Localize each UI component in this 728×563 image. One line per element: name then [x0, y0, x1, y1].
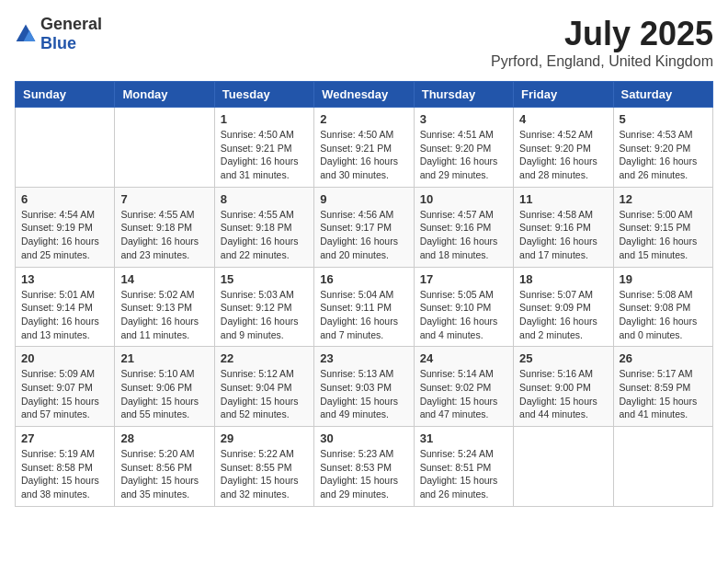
- calendar: SundayMondayTuesdayWednesdayThursdayFrid…: [15, 81, 713, 507]
- day-number: 13: [21, 272, 108, 286]
- day-detail: Sunrise: 4:50 AMSunset: 9:21 PMDaylight:…: [221, 128, 308, 182]
- calendar-cell: 18Sunrise: 5:07 AMSunset: 9:09 PMDayligh…: [514, 267, 613, 347]
- calendar-cell: 17Sunrise: 5:05 AMSunset: 9:10 PMDayligh…: [414, 267, 513, 347]
- day-number: 31: [420, 431, 507, 445]
- weekday-header: Wednesday: [314, 82, 414, 108]
- calendar-cell: 23Sunrise: 5:13 AMSunset: 9:03 PMDayligh…: [314, 347, 414, 427]
- day-number: 8: [221, 192, 308, 206]
- logo-text: General Blue: [40, 15, 102, 53]
- calendar-cell: 5Sunrise: 4:53 AMSunset: 9:20 PMDaylight…: [613, 108, 712, 188]
- calendar-cell: 7Sunrise: 4:55 AMSunset: 9:18 PMDaylight…: [115, 187, 214, 267]
- day-detail: Sunrise: 5:22 AMSunset: 8:55 PMDaylight:…: [221, 447, 308, 501]
- calendar-cell: 6Sunrise: 4:54 AMSunset: 9:19 PMDaylight…: [16, 187, 115, 267]
- calendar-cell: 2Sunrise: 4:50 AMSunset: 9:21 PMDaylight…: [314, 108, 414, 188]
- calendar-week-row: 13Sunrise: 5:01 AMSunset: 9:14 PMDayligh…: [16, 267, 713, 347]
- logo-blue: Blue: [40, 34, 76, 52]
- day-number: 20: [21, 351, 108, 365]
- calendar-cell: 21Sunrise: 5:10 AMSunset: 9:06 PMDayligh…: [115, 347, 214, 427]
- day-number: 24: [420, 351, 507, 365]
- calendar-header-row: SundayMondayTuesdayWednesdayThursdayFrid…: [16, 82, 713, 108]
- day-detail: Sunrise: 4:55 AMSunset: 9:18 PMDaylight:…: [120, 208, 208, 262]
- day-detail: Sunrise: 5:09 AMSunset: 9:07 PMDaylight:…: [21, 367, 108, 421]
- calendar-cell: [613, 427, 712, 507]
- day-detail: Sunrise: 4:54 AMSunset: 9:19 PMDaylight:…: [21, 208, 108, 262]
- calendar-week-row: 20Sunrise: 5:09 AMSunset: 9:07 PMDayligh…: [16, 347, 713, 427]
- day-number: 12: [620, 192, 707, 206]
- day-detail: Sunrise: 4:52 AMSunset: 9:20 PMDaylight:…: [519, 128, 607, 182]
- calendar-cell: 19Sunrise: 5:08 AMSunset: 9:08 PMDayligh…: [613, 267, 712, 347]
- day-number: 7: [120, 192, 208, 206]
- day-detail: Sunrise: 5:20 AMSunset: 8:56 PMDaylight:…: [120, 447, 208, 501]
- day-number: 25: [519, 351, 607, 365]
- day-number: 15: [221, 272, 308, 286]
- calendar-week-row: 6Sunrise: 4:54 AMSunset: 9:19 PMDaylight…: [16, 187, 713, 267]
- calendar-cell: [514, 427, 613, 507]
- day-detail: Sunrise: 5:17 AMSunset: 8:59 PMDaylight:…: [620, 367, 707, 421]
- day-number: 23: [320, 351, 407, 365]
- logo-general: General: [40, 15, 102, 33]
- day-number: 9: [320, 192, 407, 206]
- month-title: July 2025: [491, 15, 713, 53]
- calendar-cell: 9Sunrise: 4:56 AMSunset: 9:17 PMDaylight…: [314, 187, 414, 267]
- calendar-cell: 15Sunrise: 5:03 AMSunset: 9:12 PMDayligh…: [214, 267, 313, 347]
- calendar-cell: 29Sunrise: 5:22 AMSunset: 8:55 PMDayligh…: [214, 427, 313, 507]
- weekday-header: Saturday: [613, 82, 712, 108]
- day-number: 18: [519, 272, 607, 286]
- day-number: 6: [21, 192, 108, 206]
- weekday-header: Friday: [514, 82, 613, 108]
- day-detail: Sunrise: 5:07 AMSunset: 9:09 PMDaylight:…: [519, 288, 607, 342]
- day-detail: Sunrise: 4:55 AMSunset: 9:18 PMDaylight:…: [221, 208, 308, 262]
- header: General Blue July 2025 Pyrford, England,…: [15, 15, 713, 70]
- day-number: 27: [21, 431, 108, 445]
- calendar-cell: 26Sunrise: 5:17 AMSunset: 8:59 PMDayligh…: [613, 347, 712, 427]
- day-detail: Sunrise: 5:02 AMSunset: 9:13 PMDaylight:…: [120, 288, 208, 342]
- day-detail: Sunrise: 5:00 AMSunset: 9:15 PMDaylight:…: [620, 208, 707, 262]
- day-number: 28: [120, 431, 208, 445]
- calendar-week-row: 27Sunrise: 5:19 AMSunset: 8:58 PMDayligh…: [16, 427, 713, 507]
- day-number: 1: [221, 112, 308, 126]
- day-number: 3: [420, 112, 507, 126]
- weekday-header: Monday: [115, 82, 214, 108]
- day-detail: Sunrise: 4:50 AMSunset: 9:21 PMDaylight:…: [320, 128, 407, 182]
- calendar-cell: [16, 108, 115, 188]
- calendar-cell: 10Sunrise: 4:57 AMSunset: 9:16 PMDayligh…: [414, 187, 513, 267]
- day-detail: Sunrise: 5:16 AMSunset: 9:00 PMDaylight:…: [519, 367, 607, 421]
- day-detail: Sunrise: 5:10 AMSunset: 9:06 PMDaylight:…: [120, 367, 208, 421]
- day-number: 29: [221, 431, 308, 445]
- day-detail: Sunrise: 5:08 AMSunset: 9:08 PMDaylight:…: [620, 288, 707, 342]
- calendar-cell: [115, 108, 214, 188]
- logo-icon: [15, 23, 37, 45]
- day-detail: Sunrise: 4:53 AMSunset: 9:20 PMDaylight:…: [620, 128, 707, 182]
- day-detail: Sunrise: 5:24 AMSunset: 8:51 PMDaylight:…: [420, 447, 507, 501]
- day-number: 4: [519, 112, 607, 126]
- day-number: 30: [320, 431, 407, 445]
- calendar-cell: 3Sunrise: 4:51 AMSunset: 9:20 PMDaylight…: [414, 108, 513, 188]
- day-detail: Sunrise: 5:19 AMSunset: 8:58 PMDaylight:…: [21, 447, 108, 501]
- day-number: 5: [620, 112, 707, 126]
- calendar-cell: 25Sunrise: 5:16 AMSunset: 9:00 PMDayligh…: [514, 347, 613, 427]
- calendar-cell: 28Sunrise: 5:20 AMSunset: 8:56 PMDayligh…: [115, 427, 214, 507]
- calendar-cell: 22Sunrise: 5:12 AMSunset: 9:04 PMDayligh…: [214, 347, 313, 427]
- calendar-cell: 13Sunrise: 5:01 AMSunset: 9:14 PMDayligh…: [16, 267, 115, 347]
- calendar-cell: 14Sunrise: 5:02 AMSunset: 9:13 PMDayligh…: [115, 267, 214, 347]
- calendar-cell: 4Sunrise: 4:52 AMSunset: 9:20 PMDaylight…: [514, 108, 613, 188]
- day-detail: Sunrise: 4:51 AMSunset: 9:20 PMDaylight:…: [420, 128, 507, 182]
- day-number: 11: [519, 192, 607, 206]
- calendar-cell: 30Sunrise: 5:23 AMSunset: 8:53 PMDayligh…: [314, 427, 414, 507]
- day-number: 14: [120, 272, 208, 286]
- day-detail: Sunrise: 5:13 AMSunset: 9:03 PMDaylight:…: [320, 367, 407, 421]
- weekday-header: Thursday: [414, 82, 513, 108]
- day-detail: Sunrise: 4:58 AMSunset: 9:16 PMDaylight:…: [519, 208, 607, 262]
- weekday-header: Sunday: [16, 82, 115, 108]
- title-area: July 2025 Pyrford, England, United Kingd…: [491, 15, 713, 70]
- day-number: 16: [320, 272, 407, 286]
- day-detail: Sunrise: 5:14 AMSunset: 9:02 PMDaylight:…: [420, 367, 507, 421]
- calendar-cell: 8Sunrise: 4:55 AMSunset: 9:18 PMDaylight…: [214, 187, 313, 267]
- day-detail: Sunrise: 5:03 AMSunset: 9:12 PMDaylight:…: [221, 288, 308, 342]
- calendar-cell: 27Sunrise: 5:19 AMSunset: 8:58 PMDayligh…: [16, 427, 115, 507]
- day-number: 22: [221, 351, 308, 365]
- day-number: 17: [420, 272, 507, 286]
- day-number: 10: [420, 192, 507, 206]
- calendar-cell: 24Sunrise: 5:14 AMSunset: 9:02 PMDayligh…: [414, 347, 513, 427]
- logo: General Blue: [15, 15, 102, 53]
